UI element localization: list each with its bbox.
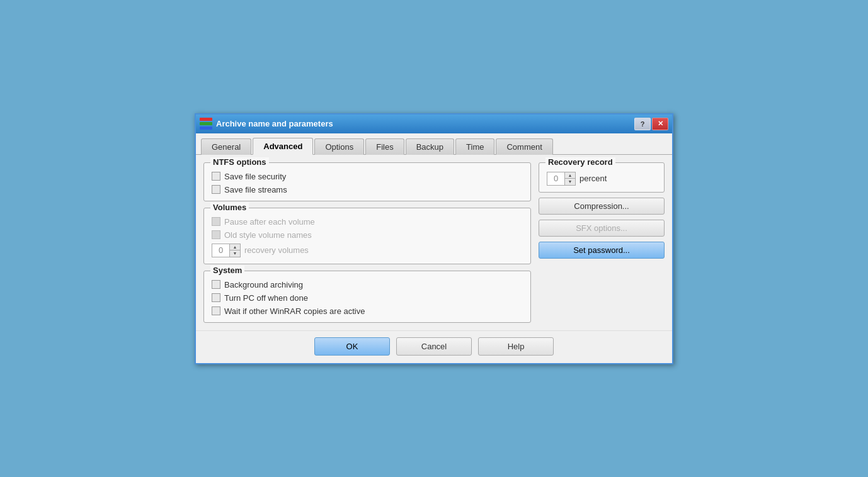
recovery-volumes-label: recovery volumes (244, 245, 309, 255)
recovery-record-value: 0 (547, 172, 565, 185)
recovery-record-down-arrow[interactable]: ▼ (565, 179, 575, 185)
set-password-button[interactable]: Set password... (539, 242, 665, 259)
save-file-security-checkbox[interactable] (212, 172, 220, 181)
tab-comment[interactable]: Comment (496, 138, 552, 155)
recovery-volumes-row: 0 ▲ ▼ recovery volumes (212, 244, 523, 257)
icon-stripe-green (200, 122, 212, 125)
volumes-checkbox-row-0: Pause after each volume (212, 217, 523, 227)
background-archiving-label: Background archiving (224, 280, 303, 289)
recovery-record-arrows: ▲ ▼ (565, 172, 575, 185)
icon-stripe-blue (200, 126, 212, 130)
system-content: Background archiving Turn PC off when do… (212, 280, 523, 316)
compression-button[interactable]: Compression... (539, 198, 665, 215)
ntfs-options-title: NTFS options (210, 157, 269, 167)
wait-winrar-copies-checkbox[interactable] (212, 306, 220, 315)
ok-button[interactable]: OK (314, 337, 390, 356)
tab-options[interactable]: Options (314, 138, 364, 155)
tab-backup[interactable]: Backup (406, 138, 454, 155)
wait-winrar-copies-label: Wait if other WinRAR copies are active (224, 306, 365, 316)
old-style-volume-names-label: Old style volume names (224, 230, 312, 240)
title-bar-buttons: ? ✕ (634, 118, 668, 130)
ntfs-options-content: Save file security Save file streams (212, 172, 523, 194)
tab-files[interactable]: Files (365, 138, 404, 155)
recovery-record-spinner[interactable]: 0 ▲ ▼ (547, 172, 576, 186)
volumes-title: Volumes (210, 203, 249, 212)
title-bar-left: Archive name and parameters (200, 118, 333, 130)
ntfs-checkbox-row-1: Save file streams (212, 185, 523, 194)
recovery-percent-label: percent (580, 174, 607, 183)
right-column: Recovery record 0 ▲ ▼ percent Compressio… (539, 162, 665, 323)
help-title-button[interactable]: ? (634, 118, 651, 130)
pause-each-volume-label: Pause after each volume (224, 217, 315, 227)
recovery-volumes-up-arrow[interactable]: ▲ (230, 244, 240, 251)
title-bar-title: Archive name and parameters (216, 119, 333, 128)
dialog-window: Archive name and parameters ? ✕ General … (195, 113, 673, 364)
recovery-volumes-down-arrow[interactable]: ▼ (230, 250, 240, 257)
cancel-button[interactable]: Cancel (396, 337, 472, 356)
recovery-record-title: Recovery record (545, 157, 615, 167)
background-archiving-checkbox[interactable] (212, 280, 220, 289)
help-button[interactable]: Help (478, 337, 554, 356)
recovery-volumes-value: 0 (212, 244, 230, 257)
icon-stripe-red (200, 118, 212, 121)
volumes-checkbox-row-1: Old style volume names (212, 230, 523, 240)
left-column: NTFS options Save file security Save fil… (203, 162, 531, 323)
recovery-record-group: Recovery record 0 ▲ ▼ percent (539, 162, 665, 193)
pause-each-volume-checkbox[interactable] (212, 217, 220, 226)
dialog-footer: OK Cancel Help (196, 330, 672, 363)
tabs-bar: General Advanced Options Files Backup Ti… (196, 133, 672, 155)
dialog-body: NTFS options Save file security Save fil… (196, 155, 672, 330)
system-group: System Background archiving Turn PC off … (203, 271, 531, 323)
recovery-record-up-arrow[interactable]: ▲ (565, 172, 575, 179)
old-style-volume-names-checkbox[interactable] (212, 230, 220, 239)
volumes-group: Volumes Pause after each volume Old styl… (203, 208, 531, 264)
winrar-icon (200, 118, 212, 130)
ntfs-checkbox-row-0: Save file security (212, 172, 523, 181)
turn-pc-off-label: Turn PC off when done (224, 293, 308, 303)
turn-pc-off-checkbox[interactable] (212, 293, 220, 302)
recovery-volumes-arrows: ▲ ▼ (230, 244, 240, 257)
save-file-security-label: Save file security (224, 172, 286, 181)
save-file-streams-label: Save file streams (224, 185, 287, 194)
tab-general[interactable]: General (201, 138, 251, 155)
system-checkbox-row-2: Wait if other WinRAR copies are active (212, 306, 523, 316)
tab-advanced[interactable]: Advanced (253, 138, 313, 155)
recovery-record-content: 0 ▲ ▼ percent (547, 172, 656, 186)
save-file-streams-checkbox[interactable] (212, 185, 220, 194)
system-checkbox-row-1: Turn PC off when done (212, 293, 523, 303)
system-title: System (210, 266, 244, 275)
ntfs-options-group: NTFS options Save file security Save fil… (203, 162, 531, 201)
system-checkbox-row-0: Background archiving (212, 280, 523, 289)
sfx-options-button[interactable]: SFX options... (539, 220, 665, 237)
title-bar: Archive name and parameters ? ✕ (196, 115, 672, 133)
close-title-button[interactable]: ✕ (652, 118, 668, 130)
tab-time[interactable]: Time (455, 138, 494, 155)
volumes-content: Pause after each volume Old style volume… (212, 217, 523, 257)
recovery-volumes-spinner[interactable]: 0 ▲ ▼ (212, 244, 241, 257)
